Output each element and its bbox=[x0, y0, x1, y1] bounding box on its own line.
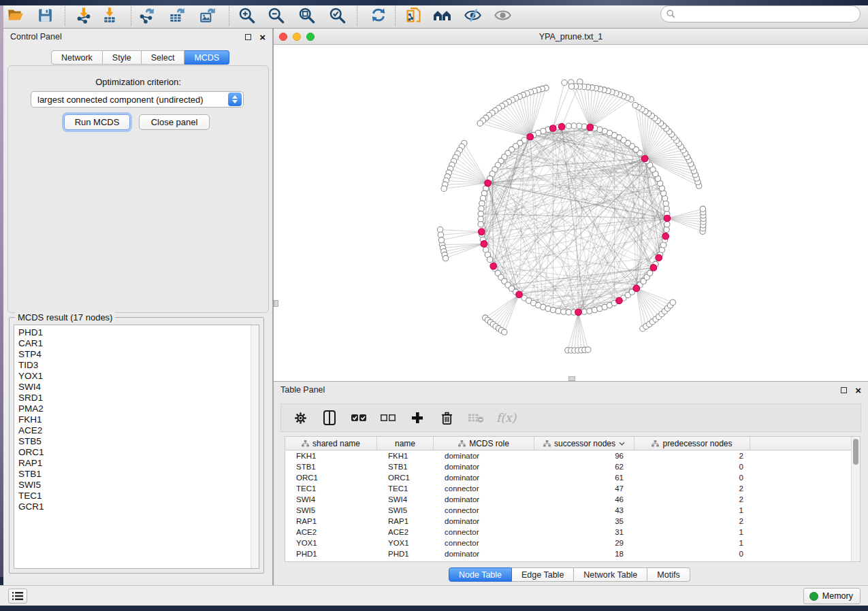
column-header-shared-name[interactable]: shared name bbox=[285, 437, 377, 450]
horizontal-splitter-handle[interactable] bbox=[568, 376, 575, 381]
mcds-hub-node[interactable] bbox=[490, 263, 497, 269]
leaf-node[interactable] bbox=[585, 347, 591, 352]
list-item[interactable]: STP4 bbox=[18, 349, 246, 360]
import-network-icon[interactable] bbox=[74, 5, 94, 25]
table-row[interactable]: STB1STB1dominator620 bbox=[285, 461, 851, 472]
mcds-hub-node[interactable] bbox=[587, 124, 594, 131]
column-header-successor-nodes[interactable]: successor nodes bbox=[534, 437, 634, 450]
tab-network[interactable]: Network bbox=[51, 50, 103, 65]
table-row[interactable]: YOX1YOX1connector291 bbox=[285, 538, 851, 548]
ring-node[interactable] bbox=[647, 270, 653, 276]
table-scrollbar[interactable] bbox=[851, 437, 860, 561]
clone-network-icon[interactable] bbox=[403, 5, 423, 25]
ring-node[interactable] bbox=[556, 308, 561, 314]
mcds-hub-node[interactable] bbox=[641, 155, 648, 162]
mcds-hub-node[interactable] bbox=[479, 229, 485, 235]
search-input[interactable] bbox=[676, 7, 860, 21]
column-header-mcds-role[interactable]: MCDS role bbox=[434, 437, 534, 450]
ring-node[interactable] bbox=[571, 123, 577, 129]
table-settings-gear-icon[interactable] bbox=[291, 409, 309, 427]
table-row[interactable]: PHD1PHD1dominator180 bbox=[285, 548, 851, 559]
leaf-node[interactable] bbox=[502, 329, 507, 335]
leaf-node[interactable] bbox=[441, 186, 447, 191]
mcds-hub-node[interactable] bbox=[662, 233, 669, 240]
table-row[interactable]: SWI5SWI5connector431 bbox=[285, 505, 851, 516]
ring-node[interactable] bbox=[663, 201, 669, 206]
leaf-node[interactable] bbox=[438, 232, 443, 237]
close-panel-icon[interactable]: × bbox=[259, 34, 266, 40]
leaf-node[interactable] bbox=[477, 120, 483, 126]
ring-node[interactable] bbox=[664, 222, 670, 227]
close-panel-button[interactable]: Close panel bbox=[139, 114, 210, 130]
list-item[interactable]: FKH1 bbox=[18, 414, 246, 425]
mcds-hub-node[interactable] bbox=[558, 123, 565, 130]
list-item[interactable]: PMA2 bbox=[18, 403, 246, 414]
tab-motifs[interactable]: Motifs bbox=[647, 567, 690, 582]
zoom-selected-icon[interactable] bbox=[327, 5, 347, 25]
mcds-hub-node[interactable] bbox=[633, 285, 640, 292]
list-item[interactable]: STB5 bbox=[18, 436, 246, 447]
ring-node[interactable] bbox=[487, 257, 492, 262]
run-mcds-button[interactable]: Run MCDS bbox=[64, 114, 130, 130]
add-column-icon[interactable] bbox=[408, 409, 426, 427]
export-image-icon[interactable] bbox=[197, 5, 218, 25]
ring-node[interactable] bbox=[566, 123, 571, 129]
table-row[interactable]: FKH1FKH1dominator962 bbox=[285, 450, 851, 461]
list-item[interactable]: SWI4 bbox=[18, 382, 246, 393]
leaf-node[interactable] bbox=[438, 237, 444, 243]
ring-node[interactable] bbox=[478, 216, 483, 222]
list-item[interactable]: ACE2 bbox=[18, 425, 246, 436]
mcds-hub-node[interactable] bbox=[527, 133, 534, 140]
leaf-node[interactable] bbox=[562, 80, 567, 85]
first-neighbors-icon[interactable] bbox=[432, 5, 453, 25]
column-header-name[interactable]: name bbox=[377, 437, 434, 450]
mcds-hub-node[interactable] bbox=[481, 241, 487, 248]
mcds-hub-node[interactable] bbox=[650, 265, 657, 271]
tab-edge-table[interactable]: Edge Table bbox=[512, 567, 574, 582]
leaf-node[interactable] bbox=[700, 206, 705, 212]
list-item[interactable]: TID3 bbox=[18, 360, 246, 371]
export-table-icon[interactable] bbox=[167, 5, 187, 25]
close-panel-icon[interactable]: × bbox=[855, 387, 861, 393]
list-item[interactable]: SRD1 bbox=[18, 393, 246, 403]
leaf-node[interactable] bbox=[670, 299, 675, 305]
open-file-icon[interactable] bbox=[5, 5, 26, 25]
network-window-titlebar[interactable]: YPA_prune.txt_1 bbox=[274, 29, 868, 45]
table-row[interactable]: ORC1ORC1dominator610 bbox=[285, 472, 851, 483]
list-item[interactable]: CAR1 bbox=[18, 338, 246, 349]
export-network-icon[interactable] bbox=[136, 5, 157, 25]
ring-node[interactable] bbox=[479, 201, 485, 206]
mcds-hub-node[interactable] bbox=[616, 297, 623, 304]
select-all-icon[interactable] bbox=[350, 409, 368, 427]
import-table-icon[interactable] bbox=[99, 5, 120, 25]
table-row[interactable]: ACE2ACE2connector311 bbox=[285, 527, 851, 538]
zoom-fit-icon[interactable] bbox=[296, 5, 317, 25]
leaf-node[interactable] bbox=[568, 84, 574, 89]
show-columns-icon[interactable] bbox=[321, 409, 338, 427]
delete-column-icon[interactable] bbox=[438, 409, 455, 427]
hide-selected-icon[interactable] bbox=[462, 5, 483, 25]
ring-node[interactable] bbox=[478, 211, 483, 216]
tab-style[interactable]: Style bbox=[103, 50, 142, 65]
tab-mcds[interactable]: MCDS bbox=[184, 50, 229, 65]
list-item[interactable]: YOX1 bbox=[18, 371, 246, 382]
mcds-hub-node[interactable] bbox=[575, 309, 582, 316]
tab-network-table[interactable]: Network Table bbox=[574, 567, 647, 582]
vertical-splitter-handle[interactable] bbox=[274, 300, 278, 307]
list-item[interactable]: TEC1 bbox=[18, 491, 246, 501]
column-header-predecessor-nodes[interactable]: predecessor nodes bbox=[634, 437, 750, 450]
leaf-node[interactable] bbox=[443, 255, 448, 261]
table-row[interactable]: SWI4SWI4dominator462 bbox=[285, 494, 851, 505]
zoom-in-icon[interactable] bbox=[236, 5, 257, 25]
leaf-node[interactable] bbox=[632, 103, 638, 108]
list-item[interactable]: GCR1 bbox=[18, 501, 246, 512]
ring-node[interactable] bbox=[550, 307, 556, 312]
table-row[interactable]: RAP1RAP1dominator352 bbox=[285, 516, 851, 527]
ring-node[interactable] bbox=[478, 222, 483, 227]
mcds-hub-node[interactable] bbox=[485, 180, 492, 186]
list-item[interactable]: SWI5 bbox=[18, 480, 246, 491]
ring-node[interactable] bbox=[581, 309, 587, 314]
ring-node[interactable] bbox=[664, 206, 669, 212]
list-item[interactable]: PHD1 bbox=[18, 327, 246, 338]
tab-select[interactable]: Select bbox=[142, 50, 185, 65]
